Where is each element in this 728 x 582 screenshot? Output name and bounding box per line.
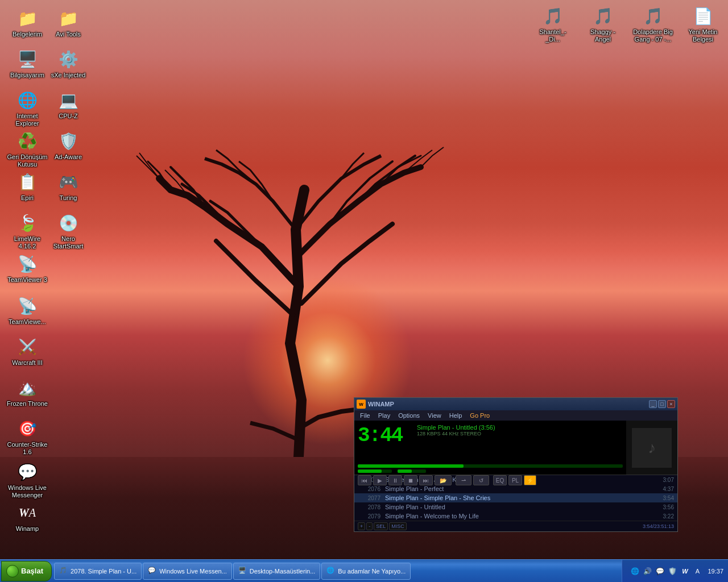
winamp-progress-bar[interactable] [358,464,623,468]
tray-network-icon[interactable]: 🌐 [630,567,639,576]
winamp-shuffle-btn[interactable]: ⇀ [456,475,471,485]
pl-misc-btn[interactable]: MISC [389,522,407,530]
desktop-icon-avitools[interactable]: 📁 Avi Tools [46,5,91,40]
icon-label-frozenthrone: Frozen Throne [7,400,48,408]
icon-label-avitools: Avi Tools [56,31,81,38]
desktop-icon-newtext[interactable]: 📄 Yeni Metin Belgesi [680,2,726,45]
winamp-menu-file[interactable]: File [357,411,374,419]
winamp-track-info: Simple Plan - Untitled (3:56) 128 KBPS 4… [417,424,621,436]
folder-icon: 📁 [16,7,39,30]
pl-sel-btn[interactable]: SEL [374,522,388,530]
winamp-open-btn[interactable]: 📂 [435,475,452,485]
desktop-icon-sxe[interactable]: ⚙️ sXe Injected [46,45,91,81]
winamp-logo-icon: W [357,400,366,409]
winamp-pl-btn[interactable]: PL [508,475,522,485]
taskbar-winamp-label: 2078. Simple Plan - U... [71,568,136,575]
winamp-titlebar[interactable]: W WINAMP _ □ × [354,398,677,410]
desktop: 📁 Belgelerim 📁 Avi Tools 🖥️ Bilgisayarım… [0,0,728,559]
winamp-stop-btn[interactable]: ⏹ [404,475,417,485]
icon-label-teamviewer3: TeamViewer 3 [7,276,47,284]
desktop-icon-teamviewer[interactable]: 📡 TeamViewe... [5,292,50,328]
desktop-icon-limewire[interactable]: 🍃 LimeWire 4.16.2 [5,209,50,252]
winamp-next-btn[interactable]: ⏭ [419,475,433,485]
taskbar-item-winamp[interactable]: 🎵 2078. Simple Plan - U... [54,563,142,580]
playlist-item-1[interactable]: 2076 Simple Plan - Perfect 4:37 [354,484,677,493]
winamp-menu-view[interactable]: View [424,411,445,419]
winamp-play-btn[interactable]: ▶ [373,475,387,485]
tray-antivirus-icon[interactable]: 🛡️ [668,567,677,576]
playlist-duration-4: 3:22 [663,513,674,519]
desktop-icon-teamviewer3[interactable]: 📡 TeamViewer 3 [5,250,50,286]
desktop-icon-ie[interactable]: 🌐 Internet Explorer [5,86,50,130]
winamp-volume-bar[interactable] [358,469,392,473]
teamviewer3-icon: 📡 [16,252,39,275]
winamp-lightning-btn[interactable]: ⚡ [524,475,536,485]
winamp-repeat-btn[interactable]: ↺ [473,475,489,485]
desktop-icon-wlm[interactable]: 💬 Windows Live Messenger [5,458,50,501]
desktop-icon-warcraft3[interactable]: ⚔️ Warcraft III [5,333,50,369]
icon-label-warcraft3: Warcraft III [12,359,42,367]
desktop-icon-bilgisayarim[interactable]: 🖥️ Bilgisayarım [5,45,50,81]
newtext-icon: 📄 [692,5,714,27]
pl-remove-btn[interactable]: - [366,522,373,530]
desktop-icon-shantel[interactable]: 🎵 Shantel_-_Di... [530,2,576,45]
winamp-minimize-btn[interactable]: _ [649,400,657,408]
ie-icon: 🌐 [16,89,39,111]
icon-label-dolapdere: Dolapdere Big Gang - 07 -... [632,28,673,43]
icon-label-adaware: Ad-Aware [55,153,82,161]
desktop-icon-frozenthrone[interactable]: 🏔️ Frozen Throne [5,374,50,410]
desktop-icon-cpuz[interactable]: 💻 CPU-Z [46,86,91,122]
winamp-menu-gopro[interactable]: Go Pro [466,411,493,419]
avitools-icon: 📁 [57,7,80,30]
desktop-icon-nero[interactable]: 💿 Nero StartSmart [46,209,91,252]
taskbar-desktop-icon: 🖥️ [238,567,247,576]
desktop-icon-dolapdere[interactable]: 🎵 Dolapdere Big Gang - 07 -... [630,2,676,45]
icon-label-shantel: Shantel_-_Di... [532,28,573,43]
desktop-icon-cs16[interactable]: 🎯 Counter-Strike 1.6 [5,415,50,458]
winamp-balance-bar[interactable] [398,469,426,473]
winamp-menu-options[interactable]: Options [395,411,423,419]
playlist-item-4[interactable]: 2079 Simple Plan - Welcome to My Life 3:… [354,512,677,521]
taskbar-system-tray: 🌐 🔊 💬 🛡️ W A 19:37 [622,560,728,582]
desktop-icon-winamp[interactable]: W A Winamp [5,499,50,535]
taskbar-item-messenger[interactable]: 💬 Windows Live Messen... [143,563,232,580]
winamp-menu-play[interactable]: Play [375,411,394,419]
winamp-prev-btn[interactable]: ⏮ [358,475,371,485]
desktop-icon-belgelerim[interactable]: 📁 Belgelerim [5,5,50,40]
icon-label-shaggy: Shaggy - Angel [582,28,623,43]
pl-add-btn[interactable]: + [358,522,365,530]
tray-winamp-tray-icon[interactable]: W [680,567,689,576]
winamp-shade-btn[interactable]: □ [658,400,666,408]
tray-volume-icon[interactable]: 🔊 [643,567,652,576]
taskbar-winamp-icon: 🎵 [59,567,68,576]
winamp-eq-btn[interactable]: EQ [493,475,507,485]
desktop-icon-turing[interactable]: 🎮 Turing [46,168,91,204]
system-clock[interactable]: 19:37 [708,568,723,575]
tray-messenger-tray-icon[interactable]: 💬 [655,567,664,576]
desktop-icon-recycle[interactable]: ♻️ Geri Dönüşüm Kutusu [5,127,50,171]
playlist-total-time: 3:54/23:51:13 [643,523,674,529]
taskbar-item-adamlar[interactable]: 🌐 Bu adamlar Ne Yapıyo... [321,563,411,580]
desktop-icon-shaggy[interactable]: 🎵 Shaggy - Angel [580,2,626,45]
desktop-icons-left: 📁 Belgelerim 📁 Avi Tools 🖥️ Bilgisayarım… [0,0,102,559]
taskbar-item-desktop[interactable]: 🖥️ Desktop-Masaüstlerin... [233,563,321,580]
start-orb [6,565,19,577]
winamp-pause-btn[interactable]: ⏸ [388,475,402,485]
winamp-bitrate: 128 KBPS 44 KHz STEREO [417,431,621,436]
playlist-name-2: Simple Plan - Simple Plan - She Cries [385,494,659,501]
start-button[interactable]: Başlat [1,561,52,581]
winamp-volume-fill [358,469,382,473]
winamp-close-btn[interactable]: × [667,400,675,408]
desktop-icon-epiri[interactable]: 📋 Epiri [5,168,50,204]
winamp-current-time: 3:44 [358,424,402,447]
nero-icon: 💿 [57,211,80,234]
playlist-item-2[interactable]: 2077 Simple Plan - Simple Plan - She Cri… [354,493,677,502]
shaggy-icon: 🎵 [592,5,614,27]
tray-winamp-a-icon[interactable]: A [693,567,702,576]
playlist-item-3[interactable]: 2078 Simple Plan - Untitled 3:56 [354,502,677,512]
icon-label-ie: Internet Explorer [7,113,48,127]
winamp-menu-help[interactable]: Help [446,411,466,419]
playlist-name-3: Simple Plan - Untitled [385,504,659,510]
desktop-icon-adaware[interactable]: 🛡️ Ad-Aware [46,127,91,163]
icon-label-winamp: Winamp [16,525,39,533]
